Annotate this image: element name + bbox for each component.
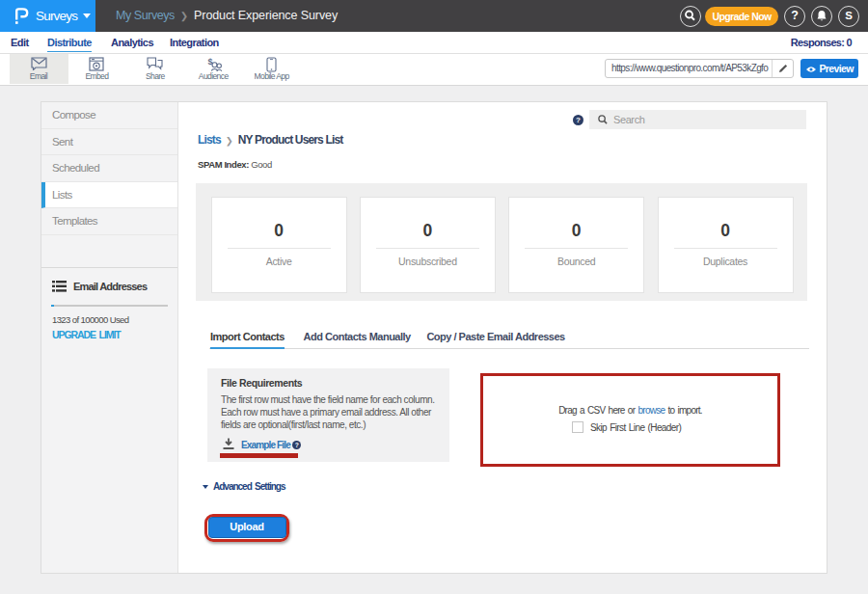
svg-text:?: ?: [576, 116, 581, 124]
